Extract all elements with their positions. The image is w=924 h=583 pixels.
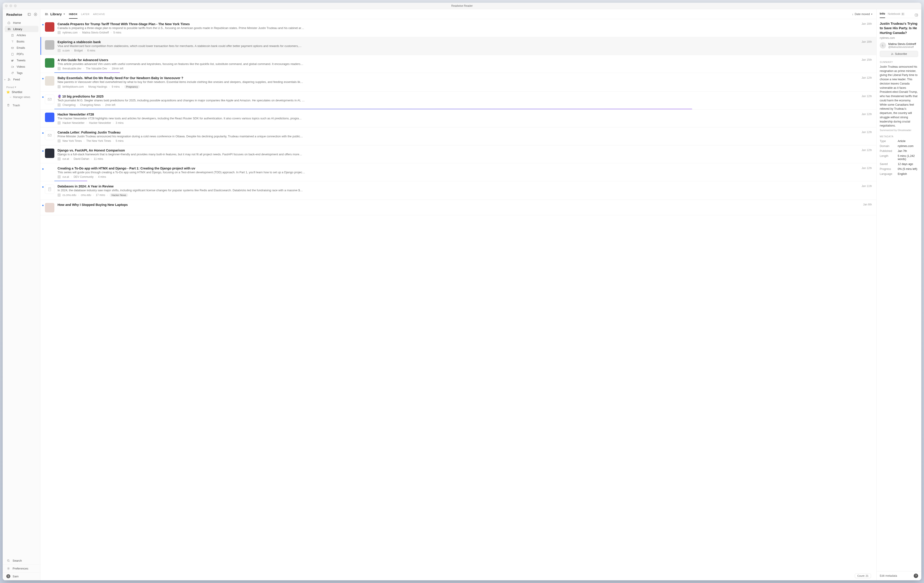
item-meta: thevaluable.dev◦The Valuable Dev◦18min l… (58, 67, 872, 70)
traffic-min-icon[interactable] (10, 5, 12, 7)
add-icon[interactable] (33, 12, 38, 17)
sidebar-preferences[interactable]: Preferences (3, 565, 40, 572)
svg-rect-13 (12, 53, 13, 55)
pinned-section-label[interactable]: Pinned ▾ (3, 83, 40, 89)
favicon-icon (58, 157, 61, 160)
subscribe-button[interactable]: Subscribe (880, 51, 918, 57)
item-meta: birthbybloom.com◦Morag Hastings◦9 mins◦P… (58, 85, 872, 89)
svg-rect-0 (28, 13, 31, 15)
list-item[interactable]: Hacker Newsletter #728Jan 12thThe Hacker… (40, 109, 876, 127)
sidebar-item-articles[interactable]: Articles (5, 32, 38, 38)
view-tabs: INBOX LATER ARCHIVE (69, 10, 105, 19)
tab-archive[interactable]: ARCHIVE (93, 10, 105, 19)
item-meta: x.com◦Bridget◦6 mins (58, 49, 872, 52)
favicon-icon (58, 67, 61, 70)
thumbnail (45, 112, 54, 122)
item-tag[interactable]: Pregnancy (124, 85, 140, 89)
list-item[interactable]: Django vs. FastAPI, An Honest Comparison… (40, 145, 876, 164)
unread-dot-icon (42, 96, 44, 98)
item-tag[interactable]: Hacker News (110, 193, 128, 197)
star-icon: ⭐ (6, 90, 10, 94)
list-item[interactable]: Canada Prepares for Trump Tariff Threat … (40, 19, 876, 37)
sidebar-item-feed[interactable]: Feed (5, 76, 38, 83)
search-icon (6, 558, 10, 563)
edit-metadata-link[interactable]: Edit metadata (880, 574, 897, 577)
sidebar-item-home[interactable]: Home (5, 20, 38, 26)
item-title: Creating a To-Do app with HTMX and Djang… (58, 167, 195, 170)
unread-dot-icon (42, 78, 44, 79)
sidebar-item-pdfs[interactable]: PDFs (5, 51, 38, 57)
unread-dot-icon (42, 150, 44, 152)
favicon-icon (58, 121, 61, 124)
author-row: ∙L∙ Matina Stevis-Gridneff @MatinaStevis… (880, 42, 918, 48)
tab-later[interactable]: LATER (81, 10, 90, 19)
item-date: Jan 12th (861, 149, 872, 152)
sidebar-item-trash[interactable]: Trash (3, 101, 40, 109)
sort-dropdown[interactable]: ↓ Date moved ▾ (852, 13, 872, 16)
favicon-icon (58, 31, 61, 34)
item-meta: Hacker Newsletter◦Hacker Newsletter◦3 mi… (58, 121, 872, 124)
article-list[interactable]: Canada Prepares for Trump Tariff Threat … (40, 19, 876, 580)
tab-notebook[interactable]: Notebook 0 (888, 12, 905, 18)
item-summary: This article provides advanced Vim users… (58, 62, 872, 66)
sidebar-item-videos[interactable]: Videos (5, 64, 38, 70)
list-item[interactable]: Exploring a stablecoin bankJan 18thVisa … (40, 37, 876, 55)
svg-line-18 (9, 561, 10, 562)
sidebar-item-tags[interactable]: Tags (5, 70, 38, 76)
item-author: Bridget (74, 49, 83, 52)
traffic-close-icon[interactable] (5, 5, 8, 7)
item-domain: Hacker Newsletter (63, 121, 84, 124)
tag-icon (10, 71, 14, 75)
email-icon (10, 46, 14, 50)
item-summary: New parents in Vancouver often feel over… (58, 80, 872, 84)
item-summary: Django is a full-stack framework that is… (58, 153, 872, 156)
svg-point-17 (7, 560, 9, 561)
sidebar-search[interactable]: Search (3, 557, 40, 565)
sidebar-item-books[interactable]: Books (5, 38, 38, 45)
item-title: Canada Letter: Following Justin Trudeau (58, 130, 120, 134)
sidebar-item-label: Home (13, 21, 21, 25)
metadata-grid: TypeArticle Domainnytimes.com PublishedJ… (880, 140, 918, 175)
item-summary: Visa and Mastercard face competition fro… (58, 44, 872, 48)
list-item[interactable]: A Vim Guide for Advanced UsersJan 15thTh… (40, 55, 876, 73)
item-author: The Valuable Dev (86, 67, 107, 70)
toggle-sidebar-icon[interactable] (27, 12, 31, 17)
breadcrumb[interactable]: Library ▾ (45, 12, 65, 16)
item-length: 17 mins (96, 193, 105, 197)
thumbnail (45, 58, 54, 68)
item-author: David Dahan (74, 157, 89, 160)
pdf-icon (10, 52, 14, 56)
list-item[interactable]: Canada Letter: Following Justin TrudeauJ… (40, 127, 876, 145)
item-author: Matina Stevis-Gridneff (82, 31, 109, 34)
list-item[interactable]: Databases in 2024: A Year in ReviewJan 1… (40, 182, 876, 200)
avatar: S (6, 574, 10, 578)
svg-rect-12 (11, 47, 13, 49)
svg-rect-29 (915, 14, 918, 16)
item-meta: cur.at◦David Dahan◦11 mins (58, 157, 872, 160)
gear-icon (6, 566, 10, 570)
manage-views-link[interactable]: → Manage views (3, 95, 40, 101)
svg-point-16 (8, 80, 8, 81)
item-title: A Vim Guide for Advanced Users (58, 58, 108, 62)
collapse-panel-icon[interactable] (914, 13, 918, 17)
list-item[interactable]: 🔮10 big predictions for 2025Jan 12thTech… (40, 91, 876, 109)
sidebar-item-emails[interactable]: Emails (5, 45, 38, 51)
sidebar-item-library[interactable]: Library (5, 26, 38, 32)
sidebar-item-tweets[interactable]: Tweets (5, 57, 38, 64)
sidebar-user[interactable]: S Sam (3, 572, 40, 580)
trash-icon (6, 103, 10, 107)
thumbnail (45, 76, 54, 86)
item-date: Jan 12th (861, 167, 872, 170)
help-icon[interactable]: ? (914, 573, 918, 578)
list-item[interactable]: Baby Essentials. What Do We Really Need … (40, 73, 876, 91)
item-summary: Prime Minister Justin Trudeau announced … (58, 135, 872, 138)
sidebar-item-shortlist[interactable]: ⭐ Shortlist (3, 89, 40, 95)
tab-info[interactable]: Info (880, 12, 885, 18)
window-controls[interactable] (5, 5, 16, 7)
list-item[interactable]: How and Why I Stopped Buying New Laptops… (40, 200, 876, 215)
list-item[interactable]: Creating a To-Do app with HTMX and Djang… (40, 164, 876, 182)
item-length: 5 mins (116, 139, 124, 142)
thumbnail (45, 40, 54, 50)
traffic-max-icon[interactable] (14, 5, 16, 7)
tab-inbox[interactable]: INBOX (69, 10, 78, 19)
